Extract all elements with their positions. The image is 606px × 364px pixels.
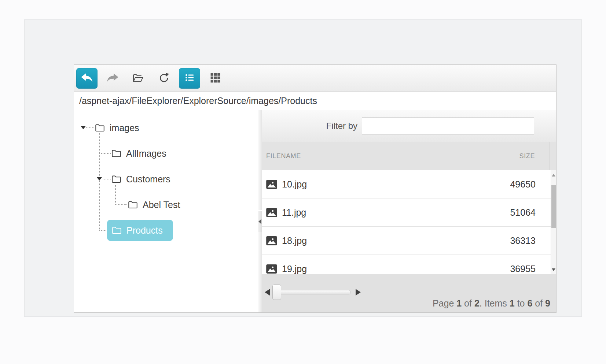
- scroll-down-icon[interactable]: [552, 268, 555, 271]
- pager-slider-track[interactable]: [273, 290, 351, 294]
- pager-item-total: 9: [545, 298, 550, 308]
- splitter-collapse-handle[interactable]: [258, 210, 262, 232]
- pager-slider-thumb[interactable]: [272, 285, 281, 300]
- table-row[interactable]: 19.jpg 36955: [262, 255, 551, 274]
- tree-node-label: images: [110, 123, 139, 133]
- pager-text: . Items: [480, 298, 510, 308]
- forward-button[interactable]: [102, 68, 123, 89]
- grid-header: FILENAME SIZE: [262, 142, 556, 170]
- folder-icon: [128, 200, 138, 209]
- file-name: 10.jpg: [282, 179, 470, 190]
- folder-icon: [111, 149, 121, 158]
- image-file-icon: [266, 236, 277, 245]
- list-view-button[interactable]: [179, 68, 200, 89]
- tree-node-images[interactable]: images: [95, 115, 139, 141]
- tree-connector: [99, 153, 111, 154]
- file-name: 11.jpg: [282, 207, 470, 218]
- pager-text: Page: [433, 298, 456, 308]
- refresh-button[interactable]: [153, 68, 175, 89]
- column-header-size[interactable]: SIZE: [469, 142, 550, 170]
- tree-connector: [99, 133, 100, 230]
- grid-body: 10.jpg 49650 11.jpg 51064: [262, 170, 556, 274]
- address-bar: [74, 92, 556, 110]
- toolbar: [74, 65, 556, 92]
- tree-node-products-selected[interactable]: Products: [107, 220, 173, 241]
- image-file-icon: [266, 180, 277, 189]
- file-name: 19.jpg: [282, 264, 470, 274]
- file-size: 49650: [470, 179, 551, 190]
- grid-pager: Page 1 of 2. Items 1 to 6 of 9: [262, 274, 556, 312]
- refresh-icon: [159, 73, 169, 84]
- table-row[interactable]: 18.jpg 36313: [262, 227, 551, 255]
- filter-input[interactable]: [362, 118, 534, 134]
- expand-arrow-customers[interactable]: [97, 177, 102, 181]
- list-view-icon: [184, 73, 195, 84]
- tree-connector: [103, 179, 111, 179]
- image-file-icon: [266, 264, 277, 274]
- back-icon: [80, 72, 93, 84]
- file-name: 18.jpg: [282, 235, 470, 246]
- file-size: 51064: [470, 207, 551, 218]
- table-row[interactable]: 11.jpg 51064: [262, 198, 551, 227]
- table-row[interactable]: 10.jpg 49650: [262, 170, 551, 198]
- folder-icon: [95, 123, 105, 132]
- pager-item-to: 6: [527, 298, 532, 308]
- back-button[interactable]: [76, 68, 98, 89]
- pager-status: Page 1 of 2. Items 1 to 6 of 9: [433, 298, 550, 309]
- pager-next-icon[interactable]: [356, 289, 361, 296]
- demo-card: images AllImages: [24, 19, 582, 317]
- open-folder-icon: [132, 73, 144, 84]
- expand-arrow-images[interactable]: [81, 126, 86, 129]
- tree-node-label: Abel Test: [143, 200, 180, 210]
- pager-page-total: 2: [474, 298, 480, 308]
- file-rows: 10.jpg 49650 11.jpg 51064: [262, 170, 551, 274]
- grid-view-icon: [210, 73, 220, 84]
- pager-prev-icon[interactable]: [265, 289, 270, 296]
- file-explorer: images AllImages: [74, 64, 557, 313]
- scroll-up-icon[interactable]: [552, 174, 555, 177]
- tree-node-label: Products: [126, 225, 163, 236]
- grid-view-button[interactable]: [205, 68, 226, 89]
- column-header-filename[interactable]: FILENAME: [262, 152, 469, 160]
- filter-bar: Filter by: [262, 110, 556, 142]
- folder-icon: [111, 175, 121, 183]
- page-background: images AllImages: [0, 0, 606, 364]
- explorer-body: images AllImages: [74, 110, 556, 312]
- tree-connector: [86, 127, 94, 128]
- file-size: 36313: [470, 235, 551, 246]
- tree-node-label: Customers: [126, 174, 170, 185]
- folder-tree: images AllImages: [74, 110, 258, 312]
- scrollbar-thumb[interactable]: [551, 185, 556, 228]
- pager-text: of: [462, 298, 474, 308]
- pane-splitter[interactable]: [258, 110, 262, 312]
- tree-node-label: AllImages: [126, 148, 166, 159]
- file-grid-pane: Filter by FILENAME SIZE: [262, 110, 556, 312]
- pager-page-current: 1: [456, 298, 462, 308]
- tree-node-allimages[interactable]: AllImages: [111, 141, 166, 166]
- file-size: 36955: [470, 264, 551, 274]
- open-folder-button[interactable]: [128, 68, 149, 89]
- tree-connector: [115, 204, 127, 205]
- column-header-filler: [550, 142, 556, 170]
- pager-text: to: [515, 298, 528, 308]
- collapse-left-icon: [258, 219, 261, 224]
- image-file-icon: [266, 208, 277, 217]
- tree-node-customers[interactable]: Customers: [111, 166, 170, 192]
- folder-icon: [112, 226, 122, 235]
- tree-connector: [99, 230, 106, 231]
- tree-node-abel-test[interactable]: Abel Test: [128, 192, 180, 218]
- forward-icon: [106, 72, 119, 84]
- vertical-scrollbar[interactable]: [551, 170, 556, 274]
- pager-item-from: 1: [510, 298, 515, 308]
- pager-text: of: [532, 298, 545, 308]
- address-input[interactable]: [74, 92, 556, 110]
- filter-label: Filter by: [326, 121, 357, 131]
